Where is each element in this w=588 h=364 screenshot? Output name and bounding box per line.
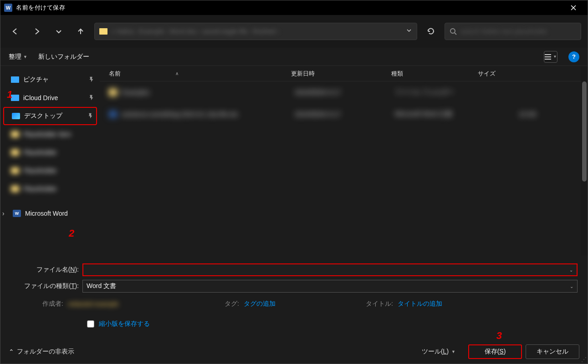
filetype-select[interactable]: Word 文書 ⌄ xyxy=(82,280,578,293)
folder-icon xyxy=(11,186,19,192)
word-icon: W xyxy=(13,210,21,217)
word-app-icon: W xyxy=(4,4,12,12)
folder-icon xyxy=(99,28,107,35)
arrow-left-icon xyxy=(11,27,19,35)
chevron-up-icon: ⌃ xyxy=(9,348,14,355)
arrow-up-icon xyxy=(77,27,85,35)
annotation-2: 2 xyxy=(69,228,74,239)
chevron-down-icon xyxy=(55,27,63,35)
sidebar-item-label: Microsoft Word xyxy=(25,210,68,217)
column-headers: 名前∧ 更新日時 種類 サイズ xyxy=(100,66,588,81)
sidebar-item-label: iCloud Drive xyxy=(23,94,58,101)
close-icon xyxy=(571,5,576,10)
view-mode-button[interactable]: ▼ xyxy=(544,51,557,63)
back-button[interactable] xyxy=(7,23,23,40)
vertical-scrollbar[interactable] xyxy=(581,66,588,255)
pin-icon xyxy=(88,94,94,102)
folder-icon xyxy=(11,167,19,174)
chevron-right-icon[interactable]: › xyxy=(2,210,10,217)
list-view-icon xyxy=(545,54,551,60)
file-row[interactable]: sentence-something-2024-01-10a-file-etc … xyxy=(100,103,588,125)
thumbnail-checkbox[interactable] xyxy=(87,320,94,328)
author-value[interactable]: redacted example xyxy=(68,300,118,308)
pin-icon xyxy=(88,76,94,84)
search-input[interactable]: search hidden text placeholder xyxy=(445,23,581,40)
desktop-icon xyxy=(12,113,20,119)
close-button[interactable] xyxy=(563,0,584,15)
filename-label: ファイル名(N): xyxy=(6,266,82,274)
pin-icon xyxy=(87,112,93,120)
new-folder-button[interactable]: 新しいフォルダー xyxy=(38,53,89,61)
sidebar-item-word[interactable]: › W Microsoft Word xyxy=(3,204,97,222)
sidebar-item-pictures[interactable]: ピクチャ xyxy=(3,71,97,89)
filetype-label: ファイルの種類(T): xyxy=(6,282,82,290)
chevron-down-icon[interactable]: ⌄ xyxy=(569,268,573,273)
sidebar-item-label: デスクトップ xyxy=(24,112,62,120)
folder-icon xyxy=(11,76,19,83)
sidebar-item-desktop[interactable]: デスクトップ xyxy=(3,107,97,125)
address-bar[interactable]: « Hatira › Example › Word doc › saved-ea… xyxy=(94,23,417,40)
sidebar-item-label: Placeholder xyxy=(23,149,57,156)
column-date[interactable]: 更新日時 xyxy=(291,70,391,78)
sidebar-item-label: Placeholder xyxy=(23,167,57,174)
column-type[interactable]: 種類 xyxy=(391,70,478,78)
folder-icon xyxy=(11,149,19,156)
forward-button[interactable] xyxy=(29,23,45,40)
sidebar-item-label: ピクチャ xyxy=(23,76,49,84)
search-icon xyxy=(450,28,457,35)
footer: 3 ⌃ フォルダーの非表示 ツール(L) ▼ 保存(S) キャンセル ⋰ xyxy=(0,340,588,364)
cancel-button[interactable]: キャンセル xyxy=(526,344,579,359)
navigation-bar: « Hatira › Example › Word doc › saved-ea… xyxy=(0,15,588,48)
column-size[interactable]: サイズ xyxy=(478,70,532,78)
file-list-area: 名前∧ 更新日時 種類 サイズ Examples 2024/05/04 9:17… xyxy=(100,66,588,255)
annotation-1: 1 xyxy=(7,89,12,101)
help-button[interactable]: ? xyxy=(568,51,579,62)
titlebar: W 名前を付けて保存 xyxy=(0,0,588,15)
thumbnail-label[interactable]: 縮小版を保存する xyxy=(99,320,150,328)
filename-input[interactable]: ⌄ xyxy=(82,263,578,276)
chevron-down-icon xyxy=(406,27,412,34)
chevron-down-icon: ▼ xyxy=(451,349,455,354)
sidebar-item-label: Placeholder Item xyxy=(23,131,71,138)
sidebar-item-label: Placeholder xyxy=(23,185,57,192)
file-row[interactable]: Examples 2024/05/04 9:17 ファイル フォルダー xyxy=(100,81,588,103)
resize-grip-icon[interactable]: ⋰ xyxy=(581,356,587,363)
save-form: ファイル名(N): ⌄ ファイルの種類(T): Word 文書 ⌄ 作成者: r… xyxy=(0,255,588,340)
sidebar-item-hidden[interactable]: Placeholder Item xyxy=(3,125,97,143)
tags-value[interactable]: タグの追加 xyxy=(244,300,276,308)
sidebar-item-hidden[interactable]: Placeholder xyxy=(3,143,97,162)
search-placeholder: search hidden text placeholder xyxy=(460,28,547,35)
scroll-thumb[interactable] xyxy=(582,81,587,182)
organize-button[interactable]: 整理▼ xyxy=(9,53,27,61)
address-dropdown[interactable] xyxy=(406,27,412,35)
recent-dropdown[interactable] xyxy=(51,23,67,40)
chevron-down-icon[interactable]: ⌄ xyxy=(570,284,573,289)
window-title: 名前を付けて保存 xyxy=(16,4,65,12)
tools-dropdown[interactable]: ツール(L) ▼ xyxy=(422,348,455,356)
up-button[interactable] xyxy=(72,23,89,40)
body-split: 1 ピクチャ iCloud Drive デスクトップ Placeholder I… xyxy=(0,66,588,255)
hide-folders-button[interactable]: ⌃ フォルダーの非表示 xyxy=(9,348,74,356)
sort-indicator-icon: ∧ xyxy=(175,71,179,76)
arrow-right-icon xyxy=(33,27,41,35)
sidebar-item-hidden[interactable]: Placeholder xyxy=(3,162,97,180)
title-label: タイトル: xyxy=(366,300,393,308)
toolbar: 整理▼ 新しいフォルダー ▼ ? xyxy=(0,48,588,66)
breadcrumb: « Hatira › Example › Word doc › saved-ea… xyxy=(111,28,402,35)
folder-icon xyxy=(109,89,117,96)
author-label: 作成者: xyxy=(42,300,63,308)
save-as-dialog: W 名前を付けて保存 « Hatira › Example › Word doc… xyxy=(0,0,588,364)
tags-label: タグ: xyxy=(225,300,239,308)
save-button[interactable]: 保存(S) xyxy=(468,344,522,359)
folder-icon xyxy=(11,131,19,137)
title-value[interactable]: タイトルの追加 xyxy=(398,300,442,308)
sidebar-item-icloud[interactable]: iCloud Drive xyxy=(3,89,97,107)
refresh-icon xyxy=(427,27,435,35)
svg-point-0 xyxy=(450,29,455,33)
refresh-button[interactable] xyxy=(423,23,439,40)
column-name[interactable]: 名前∧ xyxy=(109,70,291,78)
sidebar: 1 ピクチャ iCloud Drive デスクトップ Placeholder I… xyxy=(0,66,100,255)
sidebar-item-hidden[interactable]: Placeholder xyxy=(3,180,97,198)
word-file-icon xyxy=(109,111,117,118)
annotation-3: 3 xyxy=(496,330,502,342)
